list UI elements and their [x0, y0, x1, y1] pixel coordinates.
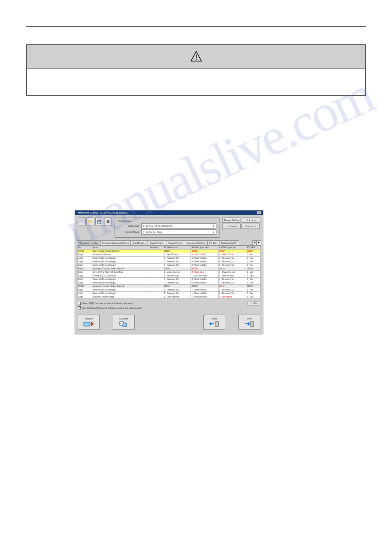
close-icon[interactable]: × — [257, 211, 261, 214]
table-row[interactable]: 3digitReserved (Do not change.)-0 : Rese… — [78, 281, 261, 285]
caution-box — [26, 44, 366, 96]
window-title: Parameter Editing : SGDV-MDA02E6M3A01 — [77, 211, 129, 214]
svg-rect-2 — [84, 322, 90, 326]
column-header[interactable]: AXIS#01 Input valu — [191, 246, 219, 250]
tab-scroll-icon[interactable]: ▶ — [257, 240, 261, 245]
comment-button[interactable]: ▭Comment — [222, 224, 241, 229]
tab-bar: All constant numberFunction Selection(Pn… — [75, 240, 263, 245]
parameter-grid[interactable]: No.NameSet valueAXIS#00 Input vAXIS#01 I… — [77, 245, 261, 299]
tab-2[interactable]: Gain(Pn1xx-) — [130, 240, 147, 245]
table-row[interactable]: 0digitServomotor direction-1 : Sets CW a… — [78, 253, 261, 257]
new-icon[interactable]: ▫ — [78, 218, 86, 225]
table-row[interactable]: 2digitReserved (Do not change.)-0 : Rese… — [78, 260, 261, 264]
tab-1[interactable]: Function Selection(Pn0xx-) — [100, 240, 131, 245]
parameter-editing-window: Parameter Editing : SGDV-MDA02E6M3A01 × … — [75, 210, 263, 334]
auto-collation-label: Auto Collation(Display the collation res… — [82, 307, 142, 309]
write-button[interactable]: Write — [238, 315, 260, 330]
control-mode-select[interactable]: 4 : All Control Mode ▼ — [141, 229, 216, 235]
display-mode-label: Display Mode — [118, 220, 216, 222]
table-row[interactable]: 1digitReserved (Do not change.)-0 : Rese… — [78, 257, 261, 260]
select-all-label: Select All(All constant number,include n… — [82, 302, 133, 305]
tab-0[interactable]: All constant number — [77, 240, 101, 245]
tab-6[interactable]: I/O Sign — [207, 240, 219, 245]
auto-collation-checkbox[interactable]: ✓ — [78, 306, 81, 309]
tab-3[interactable]: Speed(Pn3xx-) — [147, 240, 166, 245]
control-mode-value: 4 : All Control Mode — [143, 231, 162, 233]
svg-rect-5 — [215, 322, 219, 326]
control-mode-label: Control Mode — [118, 231, 139, 233]
tab-5[interactable]: Sequence(Pn5xx-) — [185, 240, 207, 245]
table-row[interactable]: 2digitAbsolute Encoder Usage-1 : Uses ab… — [78, 295, 261, 299]
table-row[interactable]: 2digitReserved (Do not change.)-0 : Rese… — [78, 278, 261, 281]
display-setting-button[interactable]: Display Setting — [222, 218, 241, 223]
table-row[interactable]: Pn001Application Function Select Switch … — [78, 267, 261, 271]
caution-header — [27, 45, 365, 69]
chevron-down-icon: ▼ — [212, 231, 215, 233]
tab-scroll-icon[interactable]: ◀ — [252, 240, 257, 245]
column-header[interactable]: Name — [92, 246, 149, 250]
window-titlebar: Parameter Editing : SGDV-MDA02E6M3A01 × — [75, 210, 263, 215]
table-row[interactable]: Pn000Basic Function Select Switch 0-0010… — [78, 250, 261, 253]
svg-rect-6 — [250, 322, 254, 326]
column-header[interactable]: AXIS#03 — [246, 246, 261, 250]
save-icon[interactable]: 💾 — [95, 218, 103, 225]
initialize-button[interactable]: Initialize — [78, 315, 100, 330]
table-row[interactable]: 3digitReserved (Do not change.)-0 : Rese… — [78, 264, 261, 267]
svg-rect-4 — [123, 323, 126, 326]
svg-point-1 — [196, 59, 197, 60]
warning-icon — [191, 51, 202, 62]
table-row[interactable]: 1digitReserved (Do not change.)-1 : Rese… — [78, 292, 261, 295]
column-header[interactable]: AXIS#02 Input valu — [219, 246, 246, 250]
table-row[interactable]: 1digitOvertravel (OT) Stop Mode-1 : Sets… — [78, 274, 261, 278]
display-mode-group: Display Mode User Level 2 : Level 2 (To … — [115, 218, 219, 238]
read-button[interactable]: Read — [203, 315, 225, 330]
edit-button[interactable]: ✓Edit — [248, 301, 260, 305]
tab-4[interactable]: Torque(Pn4xx-) — [166, 240, 185, 245]
tab-7[interactable]: Mechatrolink(Pn — [219, 240, 239, 245]
select-all-checkbox[interactable] — [78, 302, 81, 305]
user-level-label: User Level — [118, 225, 139, 227]
column-header[interactable]: AXIS#00 Input v — [163, 246, 191, 250]
user-level-value: 2 : Level 2 (To the adjustment.) — [143, 225, 173, 227]
column-header[interactable]: Set value — [149, 246, 163, 250]
print-icon[interactable]: 🖶 — [104, 218, 112, 225]
table-row[interactable]: Pn002Application Function Select Switch … — [78, 285, 261, 288]
open-icon[interactable]: 📂 — [86, 218, 94, 225]
toolbar-icons: ▫ 📂 💾 🖶 — [78, 218, 112, 225]
import-button[interactable]: ⬇Import — [242, 218, 260, 223]
caution-body — [27, 69, 365, 95]
compare-button[interactable]: Compare — [113, 315, 135, 330]
table-row[interactable]: 0digitReserved (Do not change.)-1 : Rese… — [78, 288, 261, 292]
table-row[interactable]: 0digitServo OFF or Alarm G1 Stop Mode-2 … — [78, 271, 261, 274]
user-level-select[interactable]: 2 : Level 2 (To the adjustment.) ▼ — [141, 223, 216, 229]
column-header[interactable]: No. — [78, 246, 92, 250]
customize-button[interactable]: Customize — [241, 224, 260, 229]
chevron-down-icon: ▼ — [212, 225, 215, 227]
